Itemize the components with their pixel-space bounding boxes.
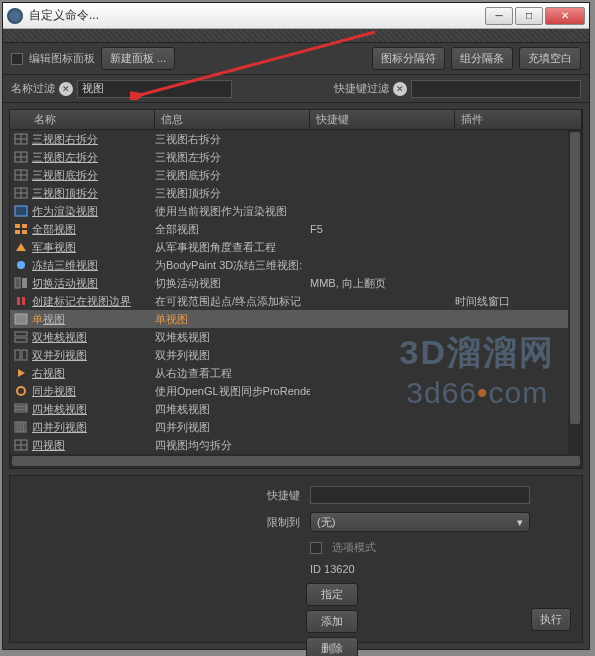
row-shortcut: MMB, 向上翻页 xyxy=(310,276,455,291)
svg-rect-25 xyxy=(15,338,27,342)
toolbar: 编辑图标面板 新建面板 ... 图标分隔符 组分隔条 充填空白 xyxy=(3,43,589,75)
table-row[interactable]: 军事视图从军事视图角度查看工程 xyxy=(10,238,582,256)
table-header: 名称 信息 快捷键 插件 xyxy=(10,110,582,130)
col-info[interactable]: 信息 xyxy=(155,110,310,129)
svg-point-18 xyxy=(17,261,25,269)
table-row[interactable]: 双堆栈视图双堆栈视图 xyxy=(10,328,582,346)
limit-dropdown[interactable]: (无) ▾ xyxy=(310,512,530,532)
row-info: 四并列视图 xyxy=(155,420,310,435)
row-name: 作为渲染视图 xyxy=(32,204,98,219)
row-icon xyxy=(14,277,28,289)
execute-button[interactable]: 执行 xyxy=(531,608,571,631)
fill-blank-button[interactable]: 充填空白 xyxy=(519,47,581,70)
table-row[interactable]: 四并列视图四并列视图 xyxy=(10,418,582,436)
table-row[interactable]: 单视图单视图 xyxy=(10,310,582,328)
row-info: 使用OpenGL视图同步ProRende... xyxy=(155,384,310,399)
row-icon xyxy=(14,259,28,271)
add-button[interactable]: 添加 xyxy=(306,610,358,633)
delete-button[interactable]: 删除 xyxy=(306,637,358,656)
svg-rect-13 xyxy=(15,224,20,228)
grip-bar[interactable] xyxy=(3,29,589,43)
row-icon xyxy=(14,151,28,163)
table-row[interactable]: 三视图左拆分三视图左拆分 xyxy=(10,148,582,166)
clear-name-filter-icon[interactable]: ✕ xyxy=(59,82,73,96)
row-name: 双并列视图 xyxy=(32,348,87,363)
shortcut-field-input[interactable] xyxy=(310,486,530,504)
row-icon xyxy=(14,133,28,145)
row-icon xyxy=(14,295,28,307)
maximize-button[interactable]: □ xyxy=(515,7,543,25)
name-filter-input[interactable] xyxy=(77,80,232,98)
svg-rect-27 xyxy=(22,350,27,360)
svg-rect-16 xyxy=(22,230,27,234)
table-row[interactable]: 创建标记在视图边界在可视范围起点/终点添加标记时间线窗口 xyxy=(10,292,582,310)
app-icon xyxy=(7,8,23,24)
option-mode-checkbox[interactable] xyxy=(310,542,322,554)
edit-panel-checkbox[interactable] xyxy=(11,53,23,65)
table-row[interactable]: 三视图底拆分三视图底拆分 xyxy=(10,166,582,184)
row-name: 四并列视图 xyxy=(32,420,87,435)
table-row[interactable]: 双并列视图双并列视图 xyxy=(10,346,582,364)
group-bar-button[interactable]: 组分隔条 xyxy=(451,47,513,70)
svg-rect-21 xyxy=(17,297,20,305)
row-name: 创建标记在视图边界 xyxy=(32,294,131,309)
shortcut-filter-input[interactable] xyxy=(411,80,581,98)
row-name: 全部视图 xyxy=(32,222,76,237)
row-name: 双堆栈视图 xyxy=(32,330,87,345)
minimize-button[interactable]: ─ xyxy=(485,7,513,25)
assign-button[interactable]: 指定 xyxy=(306,583,358,606)
details-panel: 快捷键 限制到 (无) ▾ 选项模式 ID 13620 指定 添加 xyxy=(9,475,583,643)
table-row[interactable]: 切换活动视图切换活动视图MMB, 向上翻页 xyxy=(10,274,582,292)
table-row[interactable]: 全部视图全部视图F5 xyxy=(10,220,582,238)
svg-rect-19 xyxy=(15,278,20,288)
limit-value: (无) xyxy=(317,515,335,530)
close-button[interactable]: ✕ xyxy=(545,7,585,25)
row-name: 同步视图 xyxy=(32,384,76,399)
id-label: ID 13620 xyxy=(310,563,355,575)
table-row[interactable]: 右视图从右边查看工程 xyxy=(10,364,582,382)
row-info: 三视图底拆分 xyxy=(155,168,310,183)
row-icon xyxy=(14,367,28,379)
row-icon xyxy=(14,205,28,217)
row-name: 切换活动视图 xyxy=(32,276,98,291)
row-info: 四堆栈视图 xyxy=(155,402,310,417)
col-name[interactable]: 名称 xyxy=(10,110,155,129)
row-info: 在可视范围起点/终点添加标记 xyxy=(155,294,310,309)
table-row[interactable]: 冻结三维视图为BodyPaint 3D冻结三维视图: xyxy=(10,256,582,274)
table-row[interactable]: 同步视图使用OpenGL视图同步ProRende... xyxy=(10,382,582,400)
svg-rect-26 xyxy=(15,350,20,360)
row-icon xyxy=(14,331,28,343)
col-plugin[interactable]: 插件 xyxy=(455,110,582,129)
row-name: 三视图右拆分 xyxy=(32,132,98,147)
svg-rect-34 xyxy=(18,422,20,432)
icon-separator-button[interactable]: 图标分隔符 xyxy=(372,47,445,70)
edit-panel-label: 编辑图标面板 xyxy=(29,51,95,66)
row-icon xyxy=(14,313,28,325)
table-row[interactable]: 四视图四视图均匀拆分 xyxy=(10,436,582,454)
svg-rect-32 xyxy=(15,410,27,412)
row-info: 单视图 xyxy=(155,312,310,327)
vertical-scrollbar[interactable] xyxy=(568,130,582,454)
table-row[interactable]: 四堆栈视图四堆栈视图 xyxy=(10,400,582,418)
row-icon xyxy=(14,439,28,451)
row-plugin: 时间线窗口 xyxy=(455,294,582,309)
command-table: 名称 信息 快捷键 插件 三视图右拆分三视图右拆分三视图左拆分三视图左拆分三视图… xyxy=(9,109,583,469)
table-row[interactable]: 三视图顶拆分三视图顶拆分 xyxy=(10,184,582,202)
svg-rect-12 xyxy=(15,206,27,216)
table-row[interactable]: 作为渲染视图使用当前视图作为渲染视图 xyxy=(10,202,582,220)
row-icon xyxy=(14,349,28,361)
row-info: 三视图右拆分 xyxy=(155,132,310,147)
titlebar[interactable]: 自定义命令... ─ □ ✕ xyxy=(3,3,589,29)
svg-marker-17 xyxy=(16,243,26,251)
svg-rect-20 xyxy=(22,278,27,288)
table-body[interactable]: 三视图右拆分三视图右拆分三视图左拆分三视图左拆分三视图底拆分三视图底拆分三视图顶… xyxy=(10,130,582,454)
col-shortcut[interactable]: 快捷键 xyxy=(310,110,455,129)
filter-row: 名称过滤 ✕ 快捷键过滤 ✕ xyxy=(3,75,589,103)
horizontal-scrollbar[interactable] xyxy=(10,454,582,468)
new-panel-button[interactable]: 新建面板 ... xyxy=(101,47,175,70)
svg-rect-23 xyxy=(15,314,27,324)
row-icon xyxy=(14,403,28,415)
row-name: 右视图 xyxy=(32,366,65,381)
table-row[interactable]: 三视图右拆分三视图右拆分 xyxy=(10,130,582,148)
clear-shortcut-filter-icon[interactable]: ✕ xyxy=(393,82,407,96)
